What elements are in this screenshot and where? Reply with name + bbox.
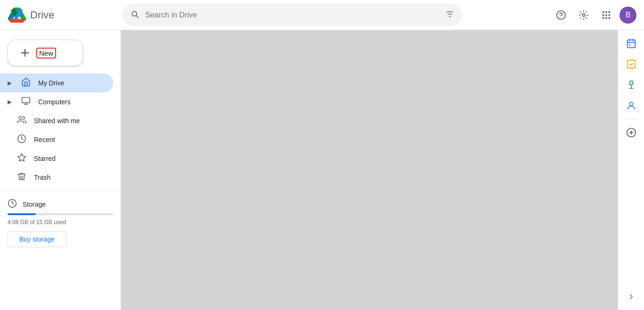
svg-rect-9	[603, 17, 604, 19]
keep-button[interactable]	[622, 75, 641, 94]
my-drive-icon	[21, 77, 31, 89]
svg-rect-6	[603, 14, 604, 16]
contacts-button[interactable]	[622, 96, 641, 115]
svg-rect-12	[22, 97, 30, 103]
sidebar-item-label: Recent	[34, 136, 55, 143]
sidebar: New ▶ My Drive ▶ Computers	[0, 30, 121, 310]
sidebar-item-label: Starred	[34, 155, 56, 162]
sidebar-item-label: Computers	[38, 98, 70, 106]
expand-icon: ▶	[8, 80, 12, 86]
sidebar-item-computers[interactable]: ▶ Computers	[0, 92, 113, 111]
svg-rect-3	[603, 11, 604, 13]
computers-icon	[21, 96, 31, 108]
trash-icon	[17, 172, 26, 184]
search-filter-icon[interactable]	[445, 9, 454, 21]
main-content	[121, 30, 618, 310]
avatar[interactable]: B	[619, 7, 636, 24]
storage-section: Storage 4.08 GB of 15 GB used Buy storag…	[0, 191, 121, 251]
drive-logo-icon	[8, 7, 26, 24]
svg-rect-11	[609, 17, 611, 19]
calendar-button[interactable]	[622, 34, 641, 53]
expand-icon: ▶	[8, 99, 12, 105]
apps-button[interactable]	[597, 6, 616, 25]
logo-area: Drive	[8, 7, 111, 24]
recent-icon	[17, 134, 26, 146]
svg-rect-18	[627, 60, 635, 68]
svg-rect-17	[629, 44, 630, 46]
svg-point-2	[582, 14, 585, 17]
right-sidebar-divider	[626, 119, 637, 119]
tasks-button[interactable]	[622, 55, 641, 74]
svg-rect-4	[605, 11, 607, 13]
new-button[interactable]: New	[8, 40, 83, 66]
body-area: New ▶ My Drive ▶ Computers	[0, 30, 644, 310]
shared-icon	[17, 115, 26, 127]
add-button[interactable]	[622, 123, 641, 142]
sidebar-item-label: My Drive	[38, 79, 64, 87]
new-button-label: New	[36, 48, 56, 59]
search-input[interactable]	[145, 11, 439, 19]
new-plus-icon	[19, 47, 31, 59]
settings-button[interactable]	[574, 6, 593, 25]
sidebar-item-trash[interactable]: Trash	[0, 168, 113, 187]
svg-rect-10	[605, 17, 607, 19]
search-icon	[130, 9, 140, 21]
sidebar-item-my-drive[interactable]: ▶ My Drive	[0, 74, 113, 92]
svg-rect-16	[627, 40, 635, 48]
sidebar-expand-icon[interactable]	[622, 287, 641, 306]
right-sidebar	[618, 30, 644, 310]
svg-rect-7	[605, 14, 607, 16]
storage-used-text: 4.08 GB of 15 GB used	[8, 219, 113, 226]
storage-bar-fill	[8, 213, 36, 215]
header: Drive	[0, 0, 644, 30]
sidebar-item-shared[interactable]: Shared with me	[0, 111, 113, 130]
sidebar-item-starred[interactable]: Starred	[0, 149, 113, 168]
app-title: Drive	[30, 9, 54, 21]
search-bar	[123, 4, 462, 26]
storage-bar	[8, 213, 113, 215]
storage-label: Storage	[23, 201, 46, 208]
svg-point-1	[561, 17, 561, 17]
svg-rect-5	[609, 11, 611, 13]
buy-storage-button[interactable]: Buy storage	[8, 231, 66, 247]
help-button[interactable]	[552, 6, 570, 25]
svg-point-19	[629, 102, 633, 106]
svg-point-13	[19, 116, 22, 119]
sidebar-item-label: Shared with me	[34, 117, 80, 125]
sidebar-item-label: Trash	[34, 174, 50, 181]
header-actions: B	[552, 6, 636, 25]
storage-icon	[8, 199, 17, 209]
svg-marker-15	[18, 153, 26, 161]
storage-label-row: Storage	[8, 199, 113, 209]
svg-rect-8	[609, 14, 611, 16]
starred-icon	[17, 153, 26, 165]
sidebar-item-recent[interactable]: Recent	[0, 130, 113, 149]
